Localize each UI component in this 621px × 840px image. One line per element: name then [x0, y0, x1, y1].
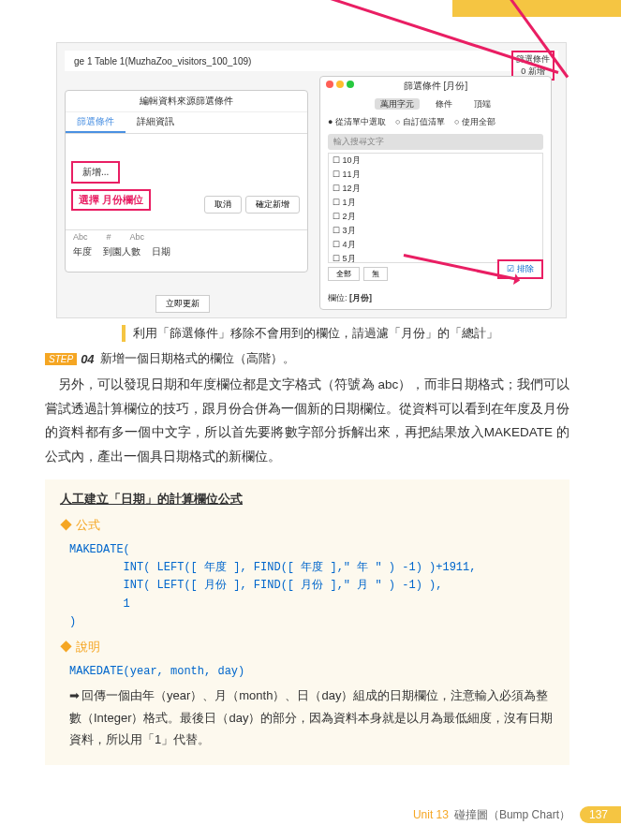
- column-types-row: Abc # Abc: [66, 229, 307, 243]
- page-corner-tab: [452, 0, 621, 17]
- step-heading: STEP 04 新增一個日期格式的欄位（高階）。: [45, 350, 295, 367]
- add-button[interactable]: 新增...: [71, 161, 120, 184]
- section-explain: 說明: [60, 639, 554, 656]
- cb-11[interactable]: ☐ 11月: [329, 168, 542, 182]
- dialog-tabs: 萬用字元 條件 頂端: [320, 96, 551, 113]
- page-number: 137: [580, 806, 621, 823]
- select-all-button[interactable]: 全部: [328, 267, 360, 281]
- radio-all[interactable]: ○ 使用全部: [454, 116, 495, 128]
- selection-mode-radios: ● 從清單中選取 ○ 自訂值清單 ○ 使用全部: [320, 113, 551, 131]
- section-formula: 公式: [60, 517, 554, 534]
- step-text: 新增一個日期格式的欄位（高階）。: [100, 350, 295, 367]
- column-names-row: 年度 到園人數 日期: [66, 243, 307, 260]
- cb-10[interactable]: ☐ 10月: [329, 154, 542, 168]
- formula-box-title: 人工建立「日期」的計算欄位公式: [60, 491, 554, 508]
- cancel-button[interactable]: 取消: [204, 196, 242, 214]
- unit-name: 碰撞圖（Bump Chart）: [454, 807, 570, 823]
- tab-filter[interactable]: 篩選條件: [66, 112, 126, 133]
- step-badge: STEP: [45, 353, 77, 365]
- formula-code: MAKEDATE( INT( LEFT([ 年度 ], FIND([ 年度 ],…: [69, 541, 554, 631]
- confirm-button[interactable]: 確定新增: [245, 196, 300, 214]
- page-footer: Unit 13 碰撞圖（Bump Chart） 137: [413, 806, 621, 823]
- explain-text: 回傳一個由年（year）、月（month）、日（day）組成的日期欄位，注意輸入…: [69, 685, 554, 750]
- dialog-title: 編輯資料來源篩選條件: [66, 91, 307, 112]
- search-input[interactable]: 輸入搜尋文字: [328, 134, 543, 150]
- tab-details[interactable]: 詳細資訊: [126, 112, 185, 133]
- month-checkbox-list: ☐ 10月 ☐ 11月 ☐ 12月 ☐ 1月 ☐ 2月 ☐ 3月 ☐ 4月 ☐ …: [328, 153, 543, 263]
- field-label: 欄位: [月份]: [328, 292, 372, 304]
- radio-custom[interactable]: ○ 自訂值清單: [395, 116, 445, 128]
- figure-caption: 利用「篩選條件」移除不會用到的欄位，請過濾「月份」的「總計」: [122, 325, 498, 342]
- select-none-button[interactable]: 無: [363, 267, 388, 281]
- unit-number: Unit 13: [413, 808, 449, 821]
- tab-condition[interactable]: 條件: [430, 98, 458, 110]
- radio-from-list[interactable]: ● 從清單中選取: [328, 116, 386, 128]
- tab-top[interactable]: 頂端: [468, 98, 496, 110]
- explain-signature: MAKEDATE(year, month, day): [69, 663, 554, 681]
- cb-4[interactable]: ☐ 4月: [329, 238, 542, 252]
- screenshot-figure: ge 1 Table 1(MuzhaZoo_visitors_100_109) …: [56, 42, 567, 318]
- cb-12[interactable]: ☐ 12月: [329, 182, 542, 196]
- window-traffic-lights: [326, 81, 354, 88]
- cb-1[interactable]: ☐ 1月: [329, 196, 542, 210]
- dialog-title: 篩選條件 [月份]: [320, 77, 551, 96]
- main-window-titlebar: ge 1 Table 1(MuzhaZoo_visitors_100_109): [65, 51, 558, 71]
- update-now-button[interactable]: 立即更新: [155, 295, 210, 313]
- body-paragraph: 另外，可以發現日期和年度欄位都是文字格式（符號為 abc），而非日期格式；我們可…: [45, 373, 569, 469]
- filter-edit-dialog: 編輯資料來源篩選條件 篩選條件 詳細資訊 新增... 選擇 月份欄位 取消 確定…: [65, 90, 308, 273]
- cb-2[interactable]: ☐ 2月: [329, 210, 542, 224]
- step-number: 04: [81, 352, 94, 366]
- cb-3[interactable]: ☐ 3月: [329, 224, 542, 238]
- select-month-annotation: 選擇 月份欄位: [71, 189, 151, 211]
- window-title: ge 1 Table 1(MuzhaZoo_visitors_100_109): [74, 56, 251, 66]
- formula-box: 人工建立「日期」的計算欄位公式 公式 MAKEDATE( INT( LEFT([…: [45, 479, 569, 765]
- tab-wildcard[interactable]: 萬用字元: [375, 98, 420, 110]
